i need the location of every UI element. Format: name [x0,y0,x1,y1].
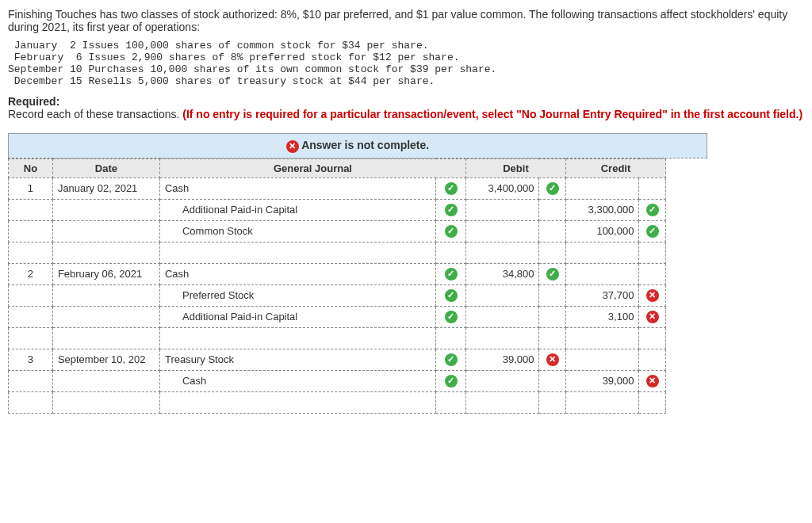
debit-field[interactable] [466,370,539,391]
account-field[interactable]: Cash [159,178,435,199]
entry-no: 2 [9,263,53,284]
check-icon: ✓ [546,182,559,195]
x-icon: ✕ [646,375,659,387]
check-icon: ✓ [445,268,458,281]
check-icon: ✓ [445,204,458,216]
check-icon: ✓ [445,289,458,302]
check-icon: ✓ [445,353,458,366]
check-icon: ✓ [445,182,458,195]
check-icon: ✓ [445,375,458,387]
table-row: Common Stock✓·100,000✓ [9,220,666,242]
entry-date[interactable] [52,284,159,306]
check-icon: ✓ [646,225,659,238]
debit-field[interactable] [466,306,539,327]
entry-date[interactable] [52,306,159,327]
entry-date[interactable] [52,220,159,242]
check-icon: ✓ [546,268,559,281]
table-row [9,327,666,349]
credit-field[interactable]: 3,300,000 [565,199,638,220]
required-block: Required: Record each of these transacti… [8,95,804,120]
col-gj-header: General Journal [159,158,465,178]
table-row: Additional Paid-in Capital✓·3,300,000✓ [9,199,666,220]
table-row: Preferred Stock✓·37,700✕ [9,284,666,306]
banner-text: Answer is not complete. [301,139,429,151]
table-row: 3September 10, 202Treasury Stock✓39,000✕… [9,349,666,370]
x-icon: ✕ [646,311,659,323]
account-field[interactable]: Cash [159,263,435,284]
debit-field[interactable] [466,199,539,220]
transaction-list: January 2 Issues 100,000 shares of commo… [8,40,804,87]
account-field[interactable]: Additional Paid-in Capital [159,199,435,220]
account-field[interactable]: Cash [159,370,435,391]
entry-no [9,306,53,327]
entry-no [9,199,53,220]
error-icon: ✕ [286,140,299,153]
account-field[interactable]: Common Stock [159,220,435,242]
entry-no [9,220,53,242]
entry-no [9,284,53,306]
check-icon: ✓ [445,225,458,238]
entry-date[interactable]: September 10, 202 [52,349,159,370]
col-credit-header: Credit [565,158,665,178]
table-row: Additional Paid-in Capital✓·3,100✕ [9,306,666,327]
debit-field[interactable] [466,220,539,242]
entry-no: 1 [9,178,53,199]
entry-date[interactable] [52,370,159,391]
problem-intro: Finishing Touches has two classes of sto… [8,8,804,33]
table-row: 2February 06, 2021Cash✓34,800✓· [9,263,666,284]
entry-date[interactable]: February 06, 2021 [52,263,159,284]
col-debit-header: Debit [466,158,566,178]
debit-field[interactable]: 39,000 [466,349,539,370]
x-icon: ✕ [546,353,559,366]
entry-no: 3 [9,349,53,370]
col-date-header: Date [52,158,159,178]
account-field[interactable]: Treasury Stock [159,349,435,370]
credit-field[interactable]: 3,100 [565,306,638,327]
table-row [9,242,666,263]
account-field[interactable]: Preferred Stock [159,284,435,306]
table-row [9,391,666,413]
credit-field[interactable] [565,178,638,199]
col-no-header: No [9,158,53,178]
credit-field[interactable] [565,263,638,284]
answer-status-banner: ✕ Answer is not complete. [8,133,707,158]
debit-field[interactable] [466,284,539,306]
entry-date[interactable] [52,199,159,220]
entry-date[interactable]: January 02, 2021 [52,178,159,199]
table-row: Cash✓·39,000✕ [9,370,666,391]
debit-field[interactable]: 3,400,000 [466,178,539,199]
required-text: Record each of these transactions. [8,108,182,120]
credit-field[interactable]: 37,700 [565,284,638,306]
credit-field[interactable]: 100,000 [565,220,638,242]
required-label: Required: [8,95,59,108]
credit-field[interactable] [565,349,638,370]
entry-no [9,370,53,391]
table-header-row: No Date General Journal Debit Credit [9,158,666,178]
check-icon: ✓ [445,311,458,323]
x-icon: ✕ [646,289,659,302]
table-row: 1January 02, 2021Cash✓3,400,000✓· [9,178,666,199]
credit-field[interactable]: 39,000 [565,370,638,391]
account-field[interactable]: Additional Paid-in Capital [159,306,435,327]
debit-field[interactable]: 34,800 [466,263,539,284]
check-icon: ✓ [646,204,659,216]
journal-table: No Date General Journal Debit Credit 1Ja… [8,158,666,414]
required-instruction: (If no entry is required for a particula… [182,108,802,120]
